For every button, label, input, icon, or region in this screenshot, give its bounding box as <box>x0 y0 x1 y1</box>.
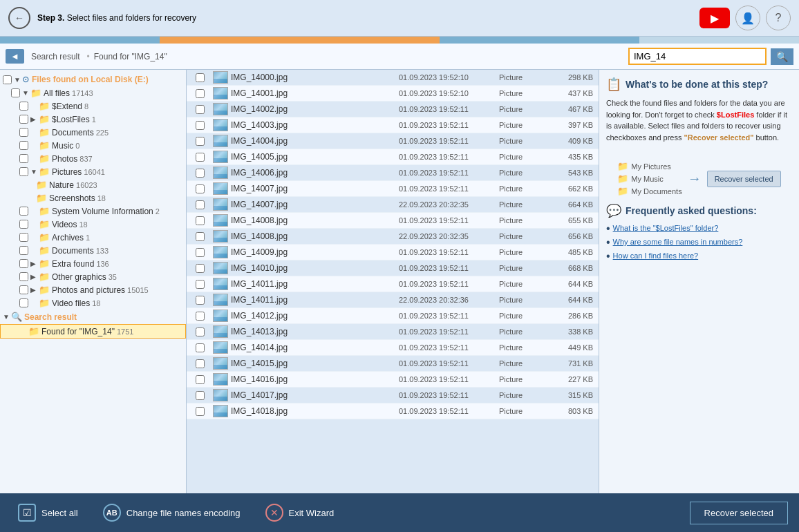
sidebar-item-sysvolinfo[interactable]: 📁 System Volume Information 2 <box>0 205 186 218</box>
file-checkbox-18[interactable] <box>189 359 210 368</box>
file-checkbox-7[interactable] <box>189 184 210 193</box>
table-row: IMG_14012.jpg 01.09.2023 19:52:11 Pictur… <box>187 308 599 324</box>
all-files-expand[interactable]: ▼ <box>22 89 29 97</box>
photos-pictures-expand[interactable]: ▶ <box>30 286 37 294</box>
toggle-sidebar-button[interactable]: ◄ <box>6 49 24 64</box>
back-button[interactable]: ← <box>8 7 30 29</box>
file-checkbox-12[interactable] <box>189 264 210 273</box>
file-checkbox-20[interactable] <box>189 391 210 400</box>
sidebar-item-music[interactable]: 📁 Music 0 <box>0 139 186 152</box>
user-button[interactable]: 👤 <box>735 6 760 30</box>
file-type-8: Picture <box>499 200 547 209</box>
faq-link-1[interactable]: What is the "$LostFiles" folder? <box>613 224 719 232</box>
videos-checkbox[interactable] <box>19 220 28 229</box>
exit-label: Exit Wizard <box>289 508 335 518</box>
sidebar-item-all-files[interactable]: ▼ 📁 All files 17143 <box>0 86 186 99</box>
sidebar-item-lostfiles[interactable]: ▶ 📁 $LostFiles 1 <box>0 113 186 126</box>
sidebar-item-photos-pictures[interactable]: ▶ 📁 Photos and pictures 15015 <box>0 283 186 296</box>
file-name-13: IMG_14011.jpg <box>231 279 399 289</box>
all-files-count: 17143 <box>72 89 93 97</box>
file-size-6: 543 KB <box>547 169 596 177</box>
file-thumb-19 <box>210 373 231 386</box>
file-checkbox-10[interactable] <box>189 232 210 241</box>
file-checkbox-16[interactable] <box>189 327 210 336</box>
file-checkbox-19[interactable] <box>189 375 210 384</box>
file-checkbox-15[interactable] <box>189 312 210 321</box>
archives-checkbox[interactable] <box>19 233 28 242</box>
file-checkbox-3[interactable] <box>189 121 210 130</box>
file-checkbox-1[interactable] <box>189 89 210 98</box>
video-files-checkbox[interactable] <box>19 298 28 307</box>
pictures-expand[interactable]: ▼ <box>30 168 37 175</box>
disk-checkbox[interactable] <box>3 75 12 84</box>
faq-link-3[interactable]: How can I find files here? <box>613 251 699 260</box>
faq-item-1: • What is the "$LostFiles" folder? <box>606 224 792 235</box>
exit-button[interactable]: ✕ Exit Wizard <box>258 500 341 526</box>
other-graphics-icon: 📁 <box>39 272 50 282</box>
sidebar-item-other-graphics[interactable]: ▶ 📁 Other graphics 35 <box>0 270 186 283</box>
table-row: IMG_14009.jpg 01.09.2023 19:52:11 Pictur… <box>187 245 599 260</box>
extend-checkbox[interactable] <box>19 102 28 111</box>
sidebar-item-photos[interactable]: 📁 Photos 837 <box>0 152 186 165</box>
documents-bot-checkbox[interactable] <box>19 246 28 255</box>
sidebar-item-extra-found[interactable]: ▶ 📁 Extra found 136 <box>0 257 186 270</box>
other-graphics-checkbox[interactable] <box>19 272 28 281</box>
file-thumb-9 <box>210 214 231 227</box>
sysvolinfo-checkbox[interactable] <box>19 207 28 216</box>
file-checkbox-8[interactable] <box>189 200 210 209</box>
other-graphics-expand[interactable]: ▶ <box>30 273 37 281</box>
faq-link-2[interactable]: Why are some file names in numbers? <box>613 238 743 246</box>
sidebar-item-pictures[interactable]: ▼ 📁 Pictures 16041 <box>0 165 186 178</box>
extra-found-checkbox[interactable] <box>19 259 28 268</box>
file-checkbox-11[interactable] <box>189 248 210 257</box>
sidebar-item-video-files[interactable]: 📁 Video files 18 <box>0 296 186 310</box>
help-button[interactable]: ? <box>766 6 791 30</box>
documents-top-checkbox[interactable] <box>19 128 28 137</box>
file-type-11: Picture <box>499 248 547 256</box>
all-files-checkbox[interactable] <box>11 88 20 97</box>
info-section: 📋 What's to be done at this step? Check … <box>606 77 792 143</box>
pictures-checkbox[interactable] <box>19 167 28 176</box>
sidebar-item-archives[interactable]: 📁 Archives 1 <box>0 231 186 244</box>
file-checkbox-17[interactable] <box>189 343 210 352</box>
photos-pictures-checkbox[interactable] <box>19 285 28 294</box>
recover-mini-button[interactable]: Recover selected <box>707 171 781 187</box>
all-files-icon: 📁 <box>30 88 41 98</box>
extra-found-expand[interactable]: ▶ <box>30 260 37 267</box>
select-all-label: Select all <box>41 508 78 518</box>
encoding-button[interactable]: AB Change file names encoding <box>96 500 247 526</box>
file-checkbox-13[interactable] <box>189 280 210 289</box>
select-all-button[interactable]: ☑ Select all <box>11 500 85 526</box>
file-checkbox-5[interactable] <box>189 153 210 162</box>
disk-expand-icon[interactable]: ▼ <box>14 76 21 84</box>
file-name-1: IMG_14001.jpg <box>231 88 399 98</box>
photos-checkbox[interactable] <box>19 154 28 163</box>
sidebar-item-found-img14[interactable]: 📁 Found for "IMG_14" 1751 <box>0 324 186 339</box>
search-button[interactable]: 🔍 <box>771 48 793 65</box>
encoding-icon: AB <box>103 504 121 522</box>
lostfiles-checkbox[interactable] <box>19 115 28 124</box>
file-checkbox-14[interactable] <box>189 296 210 305</box>
file-checkbox-9[interactable] <box>189 216 210 225</box>
file-checkbox-0[interactable] <box>189 73 210 82</box>
search-result-expand[interactable]: ▼ <box>3 313 10 321</box>
sidebar-item-screenshots[interactable]: 📁 Screenshots 18 <box>0 191 186 205</box>
pictures-icon: 📁 <box>39 167 50 177</box>
file-checkbox-21[interactable] <box>189 407 210 416</box>
recover-selected-button[interactable]: Recover selected <box>690 502 788 524</box>
music-checkbox[interactable] <box>19 141 28 150</box>
file-thumbnail-21 <box>213 405 228 417</box>
sidebar-item-videos[interactable]: 📁 Videos 18 <box>0 218 186 231</box>
youtube-button[interactable]: ▶ <box>699 8 730 28</box>
sidebar-item-nature[interactable]: 📁 Nature 16023 <box>0 178 186 191</box>
file-checkbox-6[interactable] <box>189 169 210 178</box>
sidebar-item-documents-top[interactable]: 📁 Documents 225 <box>0 126 186 139</box>
search-input[interactable] <box>628 48 767 65</box>
file-checkbox-2[interactable] <box>189 105 210 114</box>
documents-bot-icon: 📁 <box>39 245 50 256</box>
sidebar-item-documents-bot[interactable]: 📁 Documents 133 <box>0 244 186 257</box>
sidebar-item-extend[interactable]: 📁 $Extend 8 <box>0 99 186 113</box>
lostfiles-expand[interactable]: ▶ <box>30 115 37 123</box>
file-checkbox-4[interactable] <box>189 137 210 146</box>
search-result-icon: 🔍 <box>11 312 22 322</box>
